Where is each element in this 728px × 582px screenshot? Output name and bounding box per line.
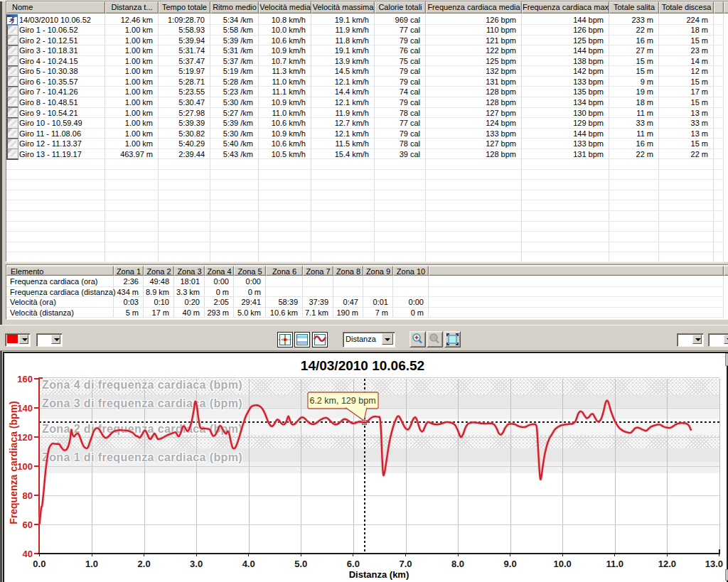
svg-text:6.2 km, 129 bpm: 6.2 km, 129 bpm [309, 396, 375, 406]
